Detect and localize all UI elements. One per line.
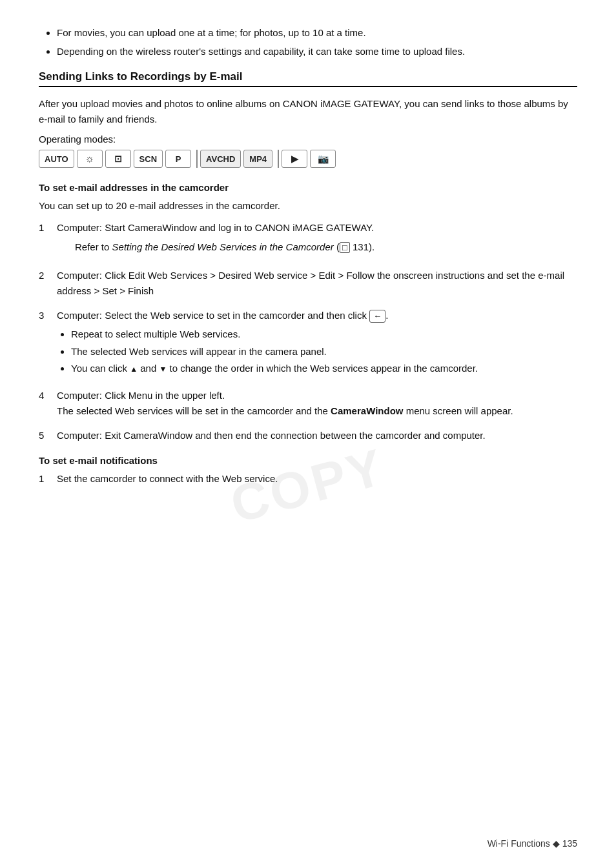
step-num-4: 4 — [39, 388, 57, 419]
step-5-content: Computer: Exit CameraWindow and then end… — [57, 428, 577, 443]
modes-bar: AUTO ☼ ⊡ SCN P AVCHD MP4 ▶︎ 📷 — [39, 150, 577, 168]
notifications-steps: 1 Set the camcorder to connect with the … — [39, 471, 577, 487]
step-3-bullet-1: Repeat to select multiple Web services. — [71, 327, 577, 342]
step-1-refer: Refer to Setting the Desired Web Service… — [75, 239, 577, 255]
step-1-text: Computer: Start CameraWindow and log in … — [57, 222, 374, 233]
bullet-item: For movies, you can upload one at a time… — [57, 26, 577, 41]
mode-p: P — [165, 150, 191, 168]
section-heading: Sending Links to Recordings by E-mail — [39, 70, 577, 87]
step-3: 3 Computer: Select the Web service to se… — [39, 308, 577, 379]
mode-divider-1 — [196, 150, 198, 168]
mode-auto: AUTO — [39, 150, 74, 168]
step-5-text: Computer: Exit CameraWindow and then end… — [57, 430, 486, 441]
footer-diamond: ◆ — [553, 838, 560, 849]
mode-dial: ☼ — [77, 150, 103, 168]
step-1-content: Computer: Start CameraWindow and log in … — [57, 220, 577, 259]
notif-step-1: 1 Set the camcorder to connect with the … — [39, 471, 577, 487]
email-intro: You can set up to 20 e-mail addresses in… — [39, 198, 577, 214]
page-footer: Wi-Fi Functions ◆ 135 — [488, 838, 577, 849]
mode-avchd: AVCHD — [200, 150, 241, 168]
step-num-2: 2 — [39, 268, 57, 299]
step-2: 2 Computer: Click Edit Web Services > De… — [39, 268, 577, 299]
step-2-content: Computer: Click Edit Web Services > Desi… — [57, 268, 577, 299]
desired-web-service: Desired Web service — [218, 270, 307, 281]
step-2-text: Computer: Click Edit Web Services > Desi… — [57, 270, 564, 296]
step-4-text-after: The selected Web services will be set in… — [57, 405, 513, 416]
notif-step-1-text: Set the camcorder to connect with the We… — [57, 473, 278, 484]
step-num-5: 5 — [39, 428, 57, 443]
step-num-1: 1 — [39, 220, 57, 259]
camera-window-bold: CameraWindow — [331, 405, 403, 416]
step-num-3: 3 — [39, 308, 57, 379]
refer-italic: Setting the Desired Web Services in the … — [112, 241, 334, 252]
numbered-steps: 1 Computer: Start CameraWindow and log i… — [39, 220, 577, 443]
step-4-content: Computer: Click Menu in the upper left. … — [57, 388, 577, 419]
mode-mp4: MP4 — [243, 150, 272, 168]
triangle-up-icon: ▲ — [130, 365, 138, 374]
refer-icon: □ — [340, 242, 350, 253]
step-3-bullet-2: The selected Web services will appear in… — [71, 345, 577, 359]
mode-scn: SCN — [134, 150, 163, 168]
step-3-bullets: Repeat to select multiple Web services. … — [57, 327, 577, 376]
notif-step-num-1: 1 — [39, 471, 57, 487]
notif-step-1-content: Set the camcorder to connect with the We… — [57, 471, 577, 487]
subheading-notifications: To set e-mail notifications — [39, 455, 577, 466]
footer-page: 135 — [562, 838, 577, 849]
mode-record: 📷 — [310, 150, 336, 168]
step-1: 1 Computer: Start CameraWindow and log i… — [39, 220, 577, 259]
step-3-text: Computer: Select the Web service to set … — [57, 310, 388, 321]
step-5: 5 Computer: Exit CameraWindow and then e… — [39, 428, 577, 443]
mode-cinema: ⊡ — [105, 150, 131, 168]
step-3-bullet-3: You can click ▲ and ▼ to change the orde… — [71, 361, 577, 376]
click-icon-arrow: ← — [369, 310, 385, 323]
intro-paragraph: After you upload movies and photos to on… — [39, 96, 577, 127]
step-4: 4 Computer: Click Menu in the upper left… — [39, 388, 577, 419]
intro-bullet-list: For movies, you can upload one at a time… — [39, 26, 577, 59]
bullet-item: Depending on the wireless router's setti… — [57, 45, 577, 59]
step-4-text-before: Computer: Click Menu in the upper left. — [57, 390, 225, 401]
operating-modes-label: Operating modes: — [39, 134, 577, 145]
footer-label: Wi-Fi Functions — [488, 838, 550, 849]
triangle-down-icon: ▼ — [159, 365, 167, 374]
subheading-email: To set e-mail addresses in the camcorder — [39, 182, 577, 193]
step-3-content: Computer: Select the Web service to set … — [57, 308, 577, 379]
mode-divider-2 — [278, 150, 279, 168]
mode-playback: ▶︎ — [282, 150, 307, 168]
